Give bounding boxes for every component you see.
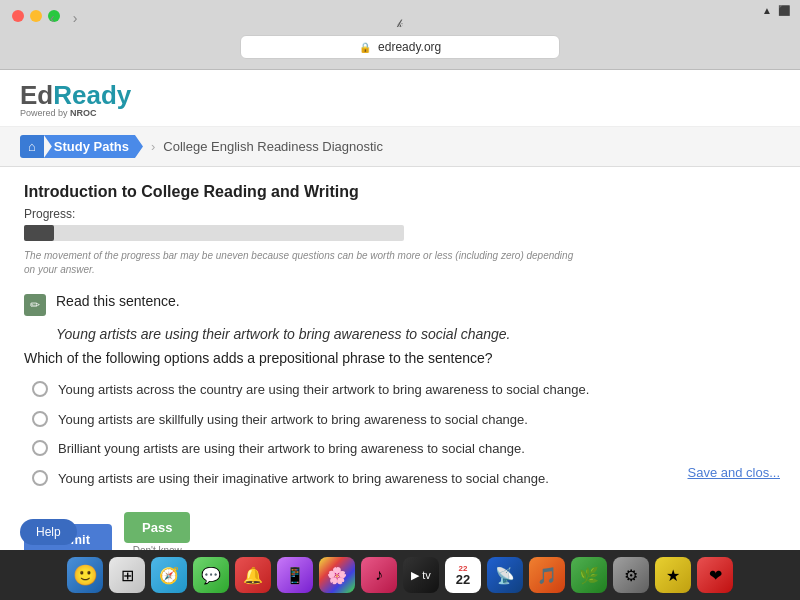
dock-misc-2[interactable]: 📡: [487, 557, 523, 593]
logo-main: EdReady: [20, 82, 131, 108]
dock-finder[interactable]: 🙂: [67, 557, 103, 593]
sentence-text: Young artists are using their artwork to…: [56, 326, 776, 342]
breadcrumb-separator: ›: [151, 139, 155, 154]
radio-2[interactable]: [32, 411, 48, 427]
dock-misc-1[interactable]: 📱: [277, 557, 313, 593]
address-bar[interactable]: 🔒 edready.org: [240, 35, 560, 59]
option-text-4: Young artists are using their imaginativ…: [58, 469, 549, 489]
url-text: edready.org: [378, 40, 441, 54]
question-header: ✏ Read this sentence.: [24, 293, 776, 316]
toolbar-icon: 𝓀: [397, 17, 403, 29]
battery-icon: ⬛: [778, 5, 790, 16]
wifi-icon: ▲: [762, 5, 772, 16]
dock-misc-3[interactable]: 🎵: [529, 557, 565, 593]
browser-nav: ‹ ›: [45, 8, 82, 28]
main-content: Introduction to College Reading and Writ…: [0, 167, 800, 583]
dock-misc-7[interactable]: ❤: [697, 557, 733, 593]
lock-icon: 🔒: [359, 42, 371, 53]
dock-misc-4[interactable]: 🌿: [571, 557, 607, 593]
question-instruction: Read this sentence.: [56, 293, 180, 309]
dock-date[interactable]: 22 22: [445, 557, 481, 593]
close-button[interactable]: [12, 10, 24, 22]
edit-icon: ✏: [24, 294, 46, 316]
browser-chrome: ‹ › 𝓀 🔒 edready.org ▲ ⬛: [0, 0, 800, 70]
pass-button[interactable]: Pass: [124, 512, 190, 543]
site-header: EdReady Powered by NROC: [0, 70, 800, 127]
progress-bar-container: [24, 225, 404, 241]
breadcrumb: ⌂ Study Paths › College English Readines…: [0, 127, 800, 167]
dock-date-day: 22: [456, 573, 470, 586]
progress-note: The movement of the progress bar may be …: [24, 249, 584, 277]
back-button[interactable]: ‹: [45, 8, 60, 28]
logo-tagline: Powered by NROC: [20, 108, 97, 118]
pencil-icon: ✏: [30, 298, 40, 312]
home-icon: ⌂: [28, 139, 36, 154]
dock-notification[interactable]: 🔔: [235, 557, 271, 593]
dock-appletv[interactable]: ▶ tv: [403, 557, 439, 593]
help-button[interactable]: Help: [20, 519, 77, 545]
radio-1[interactable]: [32, 381, 48, 397]
page-content: EdReady Powered by NROC ⌂ Study Paths › …: [0, 70, 800, 600]
dock-music[interactable]: ♪: [361, 557, 397, 593]
answer-option-1[interactable]: Young artists across the country are usi…: [32, 380, 776, 400]
dock-misc-5[interactable]: ⚙: [613, 557, 649, 593]
save-close-link[interactable]: Save and clos...: [688, 465, 781, 480]
answer-option-4[interactable]: Young artists are using their imaginativ…: [32, 469, 776, 489]
radio-3[interactable]: [32, 440, 48, 456]
dock-photos[interactable]: 🌸: [319, 557, 355, 593]
option-text-2: Young artists are skillfully using their…: [58, 410, 528, 430]
dock-launchpad[interactable]: ⊞: [109, 557, 145, 593]
breadcrumb-study-paths[interactable]: Study Paths: [44, 135, 143, 158]
answer-option-3[interactable]: Brilliant young artists are using their …: [32, 439, 776, 459]
dock-misc-6[interactable]: ★: [655, 557, 691, 593]
macos-dock: 🙂 ⊞ 🧭 💬 🔔 📱 🌸 ♪ ▶ tv 22 22 📡 🎵 🌿 ⚙ ★ ❤: [0, 550, 800, 600]
radio-4[interactable]: [32, 470, 48, 486]
section-title: Introduction to College Reading and Writ…: [24, 183, 776, 201]
breadcrumb-home[interactable]: ⌂: [20, 135, 44, 158]
site-logo: EdReady Powered by NROC: [20, 82, 780, 118]
logo-ed: Ed: [20, 80, 53, 110]
forward-button[interactable]: ›: [68, 8, 83, 28]
option-text-3: Brilliant young artists are using their …: [58, 439, 525, 459]
answer-options: Young artists across the country are usi…: [32, 380, 776, 488]
answer-option-2[interactable]: Young artists are skillfully using their…: [32, 410, 776, 430]
option-text-1: Young artists across the country are usi…: [58, 380, 589, 400]
breadcrumb-current: College English Readiness Diagnostic: [163, 139, 383, 154]
minimize-button[interactable]: [30, 10, 42, 22]
progress-bar-fill: [24, 225, 54, 241]
status-bar: ▲ ⬛: [762, 0, 800, 20]
dock-safari[interactable]: 🧭: [151, 557, 187, 593]
logo-ready: Ready: [53, 80, 131, 110]
progress-label: Progress:: [24, 207, 776, 221]
question-block: ✏ Read this sentence. Young artists are …: [24, 293, 776, 488]
question-text: Which of the following options adds a pr…: [24, 350, 776, 366]
dock-messages[interactable]: 💬: [193, 557, 229, 593]
